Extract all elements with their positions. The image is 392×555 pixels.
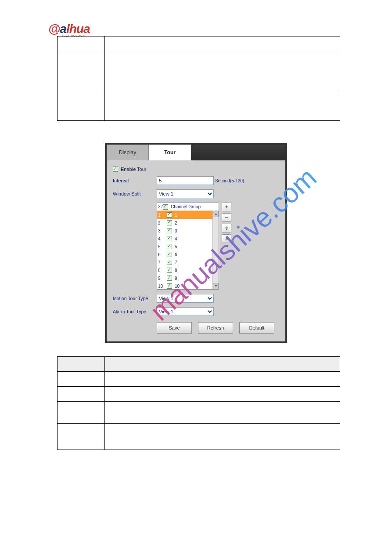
- move-down-button[interactable]: ⇩: [222, 234, 231, 243]
- figure-tour-panel: Display Tour Enable Tour Interval Second…: [105, 143, 287, 343]
- logo-rest: lhua: [66, 22, 90, 36]
- row-checkbox[interactable]: [167, 260, 172, 265]
- table-header-row: [58, 357, 340, 372]
- row-group: 10: [175, 284, 180, 289]
- add-button[interactable]: +: [222, 203, 231, 211]
- tab-display[interactable]: Display: [107, 145, 149, 160]
- table-row: [58, 89, 340, 121]
- desc-cell: [105, 424, 340, 450]
- param-cell: [58, 424, 105, 450]
- param-cell: [58, 52, 105, 89]
- desc-cell: [105, 89, 340, 121]
- list-item[interactable]: 1010: [157, 282, 219, 289]
- row-checkbox[interactable]: [167, 268, 172, 273]
- scroll-up[interactable]: ▴: [213, 211, 219, 217]
- row-group: 6: [175, 252, 177, 257]
- desc-cell: [105, 402, 340, 424]
- scrollbar[interactable]: ▴ ▾: [212, 211, 219, 289]
- table-row: [58, 52, 340, 89]
- row-checkbox[interactable]: [167, 236, 172, 241]
- list-item[interactable]: 66: [157, 250, 219, 258]
- list-item[interactable]: 22: [157, 219, 219, 227]
- enable-tour-checkbox[interactable]: [113, 167, 118, 172]
- list-header-checkbox[interactable]: [163, 204, 168, 210]
- row-group: 4: [175, 236, 177, 241]
- param-cell: [58, 372, 105, 387]
- param-cell: [58, 402, 105, 424]
- desc-cell: [105, 52, 340, 89]
- desc-header: [105, 357, 340, 372]
- desc-cell: [105, 372, 340, 387]
- window-split-label: Window Split: [113, 191, 157, 196]
- alarm-tour-select[interactable]: View 1: [157, 307, 214, 316]
- param-cell: [58, 89, 105, 121]
- row-group: 1: [175, 213, 177, 218]
- remove-button[interactable]: −: [222, 213, 231, 222]
- param-cell: [58, 36, 105, 52]
- row-checkbox[interactable]: [167, 212, 172, 218]
- list-header-count: 32: [158, 204, 163, 209]
- interval-unit: Second(5-120): [215, 178, 244, 183]
- interval-label: Interval: [113, 178, 157, 183]
- scroll-down[interactable]: ▾: [213, 283, 219, 289]
- logo-prefix: @: [48, 22, 60, 36]
- table-row: [58, 402, 340, 424]
- tab-row: Display Tour: [107, 145, 285, 160]
- refresh-button[interactable]: Refresh: [198, 322, 233, 334]
- row-group: 3: [175, 229, 177, 233]
- list-item[interactable]: 55: [157, 243, 219, 250]
- row-checkbox[interactable]: [167, 228, 172, 233]
- param-header: [58, 357, 105, 372]
- window-split-select[interactable]: View 1: [157, 189, 214, 198]
- list-item[interactable]: 33: [157, 227, 219, 235]
- param-table-lower: [57, 356, 340, 450]
- logo-a: a: [60, 22, 66, 36]
- brand-logo: @alhua TECHNOLOGY: [48, 22, 90, 37]
- list-item[interactable]: 77: [157, 258, 219, 266]
- page: @alhua TECHNOLOGY Display Tour Enable T: [0, 0, 392, 450]
- desc-cell: [105, 36, 340, 52]
- channel-group-list: 32 Channel Group 1122334455667788991010 …: [157, 203, 219, 290]
- interval-input[interactable]: [157, 176, 214, 185]
- table-row: [58, 387, 340, 402]
- row-checkbox[interactable]: [167, 244, 172, 249]
- enable-tour-label: Enable Tour: [121, 167, 147, 172]
- motion-tour-select[interactable]: View 1: [157, 294, 214, 303]
- default-button[interactable]: Default: [239, 322, 274, 334]
- save-button[interactable]: Save: [157, 322, 192, 334]
- row-group: 7: [175, 260, 177, 265]
- tab-tour[interactable]: Tour: [149, 145, 191, 160]
- row-checkbox[interactable]: [167, 283, 172, 289]
- table-row: [58, 36, 340, 52]
- row-group: 2: [175, 221, 177, 225]
- list-body: 1122334455667788991010 ▴ ▾: [157, 211, 219, 289]
- list-header-label: Channel Group: [171, 204, 201, 209]
- tour-panel: Enable Tour Interval Second(5-120) Windo…: [107, 160, 285, 341]
- row-checkbox[interactable]: [167, 276, 172, 281]
- param-cell: [58, 387, 105, 402]
- param-table-upper: [57, 36, 340, 121]
- list-header: 32 Channel Group: [157, 203, 219, 211]
- row-group: 9: [175, 276, 177, 281]
- row-checkbox[interactable]: [167, 220, 172, 225]
- row-group: 8: [175, 268, 177, 273]
- list-item[interactable]: 44: [157, 235, 219, 243]
- list-item[interactable]: 11: [157, 211, 219, 219]
- list-item[interactable]: 99: [157, 274, 219, 282]
- row-checkbox[interactable]: [167, 252, 172, 257]
- tab-empty: [191, 145, 285, 160]
- alarm-tour-label: Alarm Tour Type: [113, 309, 157, 314]
- table-row: [58, 424, 340, 450]
- desc-cell: [105, 387, 340, 402]
- row-group: 5: [175, 244, 177, 249]
- motion-tour-label: Motion Tour Type: [113, 296, 157, 301]
- list-item[interactable]: 88: [157, 266, 219, 274]
- move-up-button[interactable]: ⇧: [222, 224, 231, 232]
- table-row: [58, 372, 340, 387]
